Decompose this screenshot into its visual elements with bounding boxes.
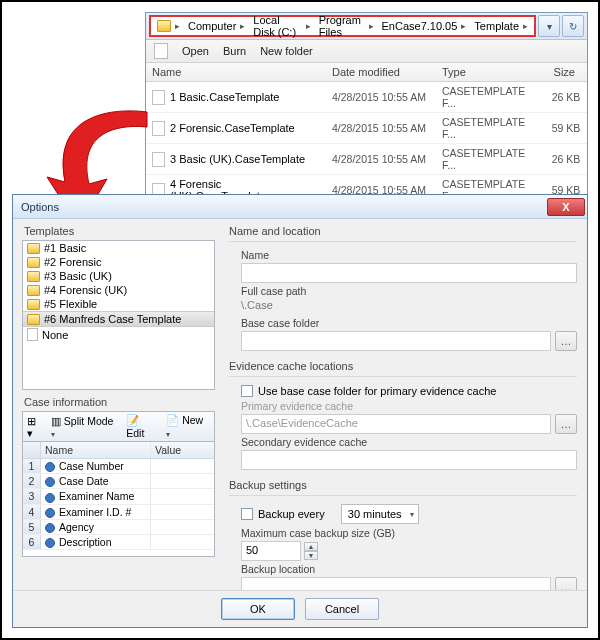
info-icon: [45, 477, 55, 487]
new-folder-button[interactable]: New folder: [260, 45, 313, 57]
folder-icon: [27, 271, 40, 282]
info-icon: [45, 508, 55, 518]
template-item[interactable]: #4 Forensic (UK): [23, 283, 214, 297]
template-item[interactable]: None: [23, 327, 214, 342]
secondary-cache-input[interactable]: [241, 450, 577, 470]
folder-icon: [27, 299, 40, 310]
use-base-case-folder-checkbox[interactable]: Use base case folder for primary evidenc…: [241, 385, 577, 397]
crumb-local-disk[interactable]: Local Disk (C:): [253, 14, 301, 38]
backup-interval-select[interactable]: 30 minutes▾: [341, 504, 419, 524]
templates-label: Templates: [24, 225, 215, 237]
ci-col-value[interactable]: Value: [151, 442, 214, 458]
cancel-button[interactable]: Cancel: [305, 598, 379, 620]
folder-icon: [27, 257, 40, 268]
close-button[interactable]: X: [547, 198, 585, 216]
folder-icon: [157, 20, 171, 32]
dialog-footer: OK Cancel: [13, 590, 587, 627]
folder-icon: [27, 285, 40, 296]
max-backup-size-label: Maximum case backup size (GB): [241, 527, 577, 539]
full-case-path-label: Full case path: [241, 285, 577, 297]
document-icon: [154, 43, 168, 59]
info-icon: [45, 523, 55, 533]
ci-col-name[interactable]: Name: [41, 442, 151, 458]
file-list-header: Name Date modified Type Size: [146, 63, 587, 82]
split-mode-button[interactable]: ▥ Split Mode ▾: [51, 415, 120, 439]
breadcrumb[interactable]: ▸ Computer▸ Local Disk (C:)▸ Program Fil…: [149, 15, 536, 37]
col-date[interactable]: Date modified: [326, 63, 436, 81]
crumb-computer[interactable]: Computer: [188, 20, 236, 32]
address-bar: ▸ Computer▸ Local Disk (C:)▸ Program Fil…: [146, 13, 587, 40]
max-backup-size-stepper[interactable]: 50 ▲▼: [241, 541, 318, 561]
case-info-row[interactable]: 2Case Date: [23, 474, 214, 489]
primary-cache-browse[interactable]: …: [555, 414, 577, 434]
col-name[interactable]: Name: [146, 63, 326, 81]
case-info-row[interactable]: 5Agency: [23, 520, 214, 535]
template-item[interactable]: #5 Flexible: [23, 297, 214, 311]
template-item[interactable]: #1 Basic: [23, 241, 214, 255]
file-icon: [152, 152, 165, 167]
file-icon: [152, 121, 165, 136]
case-info-toolbar: ⊞ ▾ ▥ Split Mode ▾ 📝 Edit 📄 New ▾: [22, 411, 215, 441]
edit-button[interactable]: 📝 Edit: [126, 414, 160, 439]
crumb-program-files[interactable]: Program Files: [319, 14, 365, 38]
base-case-folder-label: Base case folder: [241, 317, 577, 329]
group-name-location: Name and location: [229, 225, 577, 237]
template-item[interactable]: #2 Forensic: [23, 255, 214, 269]
base-case-folder-input[interactable]: [241, 331, 551, 351]
group-backup: Backup settings: [229, 479, 577, 491]
col-size[interactable]: Size: [526, 63, 581, 81]
options-dialog: Options X Templates #1 Basic#2 Forensic#…: [12, 194, 588, 628]
folder-icon: [27, 314, 40, 325]
base-case-folder-browse[interactable]: …: [555, 331, 577, 351]
primary-cache-label: Primary evidence cache: [241, 400, 577, 412]
history-dropdown[interactable]: ▾: [538, 15, 560, 37]
toolbar-expand[interactable]: ⊞ ▾: [27, 415, 45, 439]
explorer-toolbar: Open Burn New folder: [146, 40, 587, 63]
case-info-row[interactable]: 3Examiner Name: [23, 489, 214, 504]
template-item[interactable]: #6 Manfreds Case Template: [23, 311, 214, 327]
info-icon: [45, 538, 55, 548]
case-info-row[interactable]: 6Description: [23, 535, 214, 550]
col-type[interactable]: Type: [436, 63, 526, 81]
spin-down-icon[interactable]: ▼: [304, 551, 318, 560]
case-information-label: Case information: [24, 396, 215, 408]
primary-cache-input: \.Case\EvidenceCache: [241, 414, 551, 434]
file-row[interactable]: 3 Basic (UK).CaseTemplate4/28/2015 10:55…: [146, 144, 587, 175]
refresh-button[interactable]: ↻: [562, 15, 584, 37]
crumb-encase[interactable]: EnCase7.10.05: [382, 20, 458, 32]
info-icon: [45, 493, 55, 503]
backup-location-browse[interactable]: …: [555, 577, 577, 590]
file-row[interactable]: 2 Forensic.CaseTemplate4/28/2015 10:55 A…: [146, 113, 587, 144]
open-button[interactable]: Open: [182, 45, 209, 57]
case-info-row[interactable]: 1Case Number: [23, 459, 214, 474]
templates-tree[interactable]: #1 Basic#2 Forensic#3 Basic (UK)#4 Foren…: [22, 240, 215, 390]
crumb-template[interactable]: Template: [474, 20, 519, 32]
page-icon: [27, 328, 38, 341]
burn-button[interactable]: Burn: [223, 45, 246, 57]
file-icon: [152, 90, 165, 105]
info-icon: [45, 462, 55, 472]
file-row[interactable]: 1 Basic.CaseTemplate4/28/2015 10:55 AMCA…: [146, 82, 587, 113]
spin-up-icon[interactable]: ▲: [304, 542, 318, 551]
template-item[interactable]: #3 Basic (UK): [23, 269, 214, 283]
backup-location-input[interactable]: [241, 577, 551, 590]
titlebar: Options X: [13, 195, 587, 219]
name-input[interactable]: [241, 263, 577, 283]
name-label: Name: [241, 249, 577, 261]
secondary-cache-label: Secondary evidence cache: [241, 436, 577, 448]
group-evidence-cache: Evidence cache locations: [229, 360, 577, 372]
new-button[interactable]: 📄 New ▾: [166, 414, 210, 439]
folder-icon: [27, 243, 40, 254]
backup-location-label: Backup location: [241, 563, 577, 575]
dialog-title: Options: [21, 201, 59, 213]
backup-every-checkbox[interactable]: Backup every 30 minutes▾: [241, 504, 577, 524]
case-info-grid[interactable]: Name Value 1Case Number2Case Date3Examin…: [22, 441, 215, 557]
full-case-path-value: \.Case: [241, 299, 577, 315]
ok-button[interactable]: OK: [221, 598, 295, 620]
case-info-row[interactable]: 4Examiner I.D. #: [23, 505, 214, 520]
